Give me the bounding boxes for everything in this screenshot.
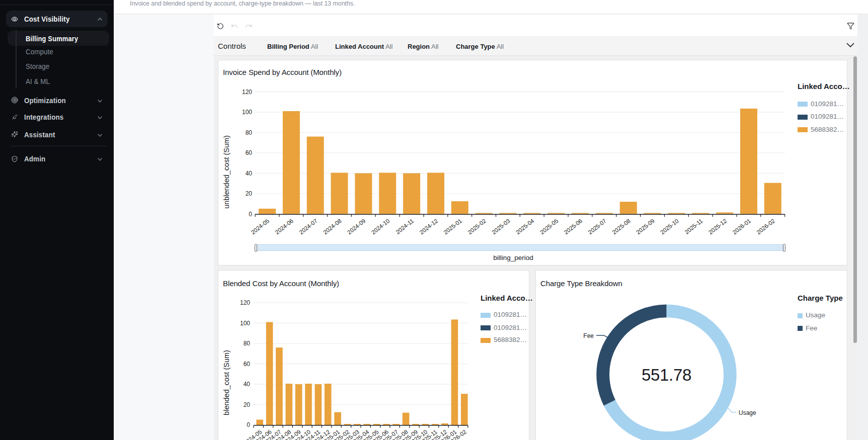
svg-text:2024-11: 2024-11 xyxy=(394,218,415,235)
svg-text:60: 60 xyxy=(246,149,253,156)
svg-text:unblended_cost (Sum): unblended_cost (Sum) xyxy=(222,135,230,209)
svg-text:20: 20 xyxy=(246,190,253,197)
svg-text:2025-06: 2025-06 xyxy=(563,218,584,235)
svg-text:2025-09: 2025-09 xyxy=(635,218,656,235)
svg-text:2025-01: 2025-01 xyxy=(442,218,463,235)
svg-text:2025-08: 2025-08 xyxy=(611,218,632,235)
svg-text:120: 120 xyxy=(240,299,250,306)
svg-text:2025-11: 2025-11 xyxy=(684,218,704,235)
svg-text:80: 80 xyxy=(244,340,251,347)
svg-text:551.78: 551.78 xyxy=(642,366,691,384)
svg-text:20: 20 xyxy=(244,401,251,408)
svg-text:2024-10: 2024-10 xyxy=(370,218,391,235)
svg-text:2024-12: 2024-12 xyxy=(419,218,439,235)
svg-text:Usage: Usage xyxy=(739,409,756,416)
svg-text:2024-08: 2024-08 xyxy=(322,218,343,235)
svg-text:2024-09: 2024-09 xyxy=(346,218,367,235)
svg-text:2025-03: 2025-03 xyxy=(491,218,511,235)
svg-text:0: 0 xyxy=(247,421,250,428)
svg-text:2026-02: 2026-02 xyxy=(755,218,776,235)
svg-text:100: 100 xyxy=(240,320,250,327)
svg-text:2024-07: 2024-07 xyxy=(298,218,319,235)
svg-text:40: 40 xyxy=(244,381,251,388)
svg-text:blended_cost (Sum): blended_cost (Sum) xyxy=(222,350,230,415)
svg-text:Fee: Fee xyxy=(583,332,594,339)
svg-text:80: 80 xyxy=(246,129,253,136)
svg-text:2024-05: 2024-05 xyxy=(250,218,271,235)
svg-text:2025-12: 2025-12 xyxy=(707,218,728,235)
svg-text:2024-06: 2024-06 xyxy=(274,218,294,235)
svg-text:2025-04: 2025-04 xyxy=(515,217,535,235)
svg-text:2026-01: 2026-01 xyxy=(732,218,752,235)
svg-text:100: 100 xyxy=(242,109,252,116)
svg-text:120: 120 xyxy=(242,89,252,96)
svg-text:0: 0 xyxy=(249,211,252,218)
svg-text:2025-10: 2025-10 xyxy=(659,218,680,235)
svg-text:40: 40 xyxy=(246,170,253,177)
svg-text:2025-05: 2025-05 xyxy=(539,218,560,235)
svg-text:2025-07: 2025-07 xyxy=(587,218,607,235)
svg-text:60: 60 xyxy=(244,361,251,368)
svg-text:2025-02: 2025-02 xyxy=(466,218,487,235)
